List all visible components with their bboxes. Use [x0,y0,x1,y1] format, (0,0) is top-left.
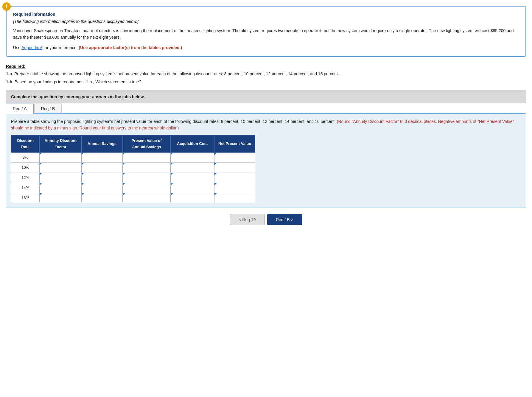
pv-savings-input-cell[interactable] [123,163,171,173]
table-row: 12% [11,173,255,183]
npv-input-cell[interactable] [214,163,255,173]
col-header-npv: Net Present Value [214,135,255,153]
adf-input-cell[interactable] [40,153,82,163]
rate-cell: 8% [11,153,40,163]
tabs-container: Req 1A Req 1B [6,103,526,114]
req-1a-line: 1-a. Prepare a table showing the propose… [6,71,526,77]
appendix-bold-text: (Use appropriate factor(s) from the tabl… [79,45,182,50]
col-header-annual-savings: Annual Savings [81,135,122,153]
npv-input-cell[interactable] [214,173,255,183]
col-header-discount-rate: Discount Rate [11,135,40,153]
prev-button[interactable]: < Req 1A [230,214,265,225]
complete-box: Complete this question by entering your … [6,90,526,103]
complete-box-text: Complete this question by entering your … [11,94,145,99]
nav-buttons: < Req 1A Req 1B > [6,214,526,225]
acq-cost-input[interactable] [171,154,214,162]
pv-savings-input-cell[interactable] [123,173,171,183]
appendix-link[interactable]: Appendix A [21,45,42,50]
acq-cost-input-cell[interactable] [170,183,214,193]
pv-savings-input-cell[interactable] [123,193,171,203]
npv-input[interactable] [214,184,255,192]
tab-content: Prepare a table showing the proposed lig… [6,114,526,207]
info-box-appendix: Use Appendix A for your reference. (Use … [13,44,519,51]
required-section: Required: 1-a. Prepare a table showing t… [6,64,526,85]
annual-savings-input-cell[interactable] [81,173,122,183]
table-row: 10% [11,163,255,173]
npv-input-cell[interactable] [214,193,255,203]
npv-input-cell[interactable] [214,153,255,163]
pv-savings-input[interactable] [123,154,170,162]
annual-savings-input-cell[interactable] [81,153,122,163]
adf-input[interactable] [40,194,81,202]
req-1b-text: Based on your findings in requirement 1-… [13,79,141,84]
pv-savings-input-cell[interactable] [123,153,171,163]
annual-savings-input[interactable] [82,194,122,202]
adf-input-cell[interactable] [40,163,82,173]
acq-cost-input[interactable] [171,164,214,172]
tab-req1b[interactable]: Req 1B [34,104,62,114]
data-table: Discount Rate Annuity Discount Factor An… [11,135,255,203]
acq-cost-input-cell[interactable] [170,173,214,183]
adf-input-cell[interactable] [40,183,82,193]
info-box-subtitle: [The following information applies to th… [13,19,519,24]
tab-instruction: Prepare a table showing the proposed lig… [11,118,521,132]
next-button[interactable]: Req 1B > [267,214,302,225]
pv-savings-input-cell[interactable] [123,183,171,193]
acq-cost-input-cell[interactable] [170,163,214,173]
tab-req1a[interactable]: Req 1A [6,104,34,114]
adf-input-cell[interactable] [40,173,82,183]
col-header-pv-savings: Present Value of Annual Savings [123,135,171,153]
table-row: 14% [11,183,255,193]
acq-cost-input[interactable] [171,194,214,202]
npv-input[interactable] [214,164,255,172]
adf-input[interactable] [40,184,81,192]
acq-cost-input-cell[interactable] [170,193,214,203]
adf-input[interactable] [40,174,81,182]
pv-savings-input[interactable] [123,194,170,202]
annual-savings-input-cell[interactable] [81,193,122,203]
info-box-body: Vancouver Shakespearean Theater's board … [13,27,519,41]
annual-savings-input[interactable] [82,154,122,162]
adf-input[interactable] [40,154,81,162]
rate-cell: 12% [11,173,40,183]
rate-cell: 16% [11,193,40,203]
table-row: 8% [11,153,255,163]
req-1a-text: Prepare a table showing the proposed lig… [13,71,339,76]
annual-savings-input-cell[interactable] [81,183,122,193]
adf-input[interactable] [40,164,81,172]
npv-input-cell[interactable] [214,183,255,193]
info-box-title: Required information [13,12,519,17]
pv-savings-input[interactable] [123,174,170,182]
acq-cost-input[interactable] [171,174,214,182]
req-1a-bold: 1-a. [6,71,13,76]
npv-input[interactable] [214,154,255,162]
annual-savings-input[interactable] [82,164,122,172]
pv-savings-input[interactable] [123,184,170,192]
req-1b-line: 1-b. Based on your findings in requireme… [6,79,526,85]
annual-savings-input[interactable] [82,174,122,182]
adf-input-cell[interactable] [40,193,82,203]
acq-cost-input[interactable] [171,184,214,192]
rate-cell: 10% [11,163,40,173]
required-label: Required: [6,64,526,69]
col-header-adf: Annuity Discount Factor [40,135,82,153]
acq-cost-input-cell[interactable] [170,153,214,163]
annual-savings-input-cell[interactable] [81,163,122,173]
annual-savings-input[interactable] [82,184,122,192]
table-row: 16% [11,193,255,203]
pv-savings-input[interactable] [123,164,170,172]
info-box: ! Required information [The following in… [6,6,526,57]
alert-icon: ! [2,2,11,11]
npv-input[interactable] [214,194,255,202]
col-header-acq-cost: Acquisition Cost [170,135,214,153]
rate-cell: 14% [11,183,40,193]
req-1b-bold: 1-b. [6,79,13,84]
npv-input[interactable] [214,174,255,182]
